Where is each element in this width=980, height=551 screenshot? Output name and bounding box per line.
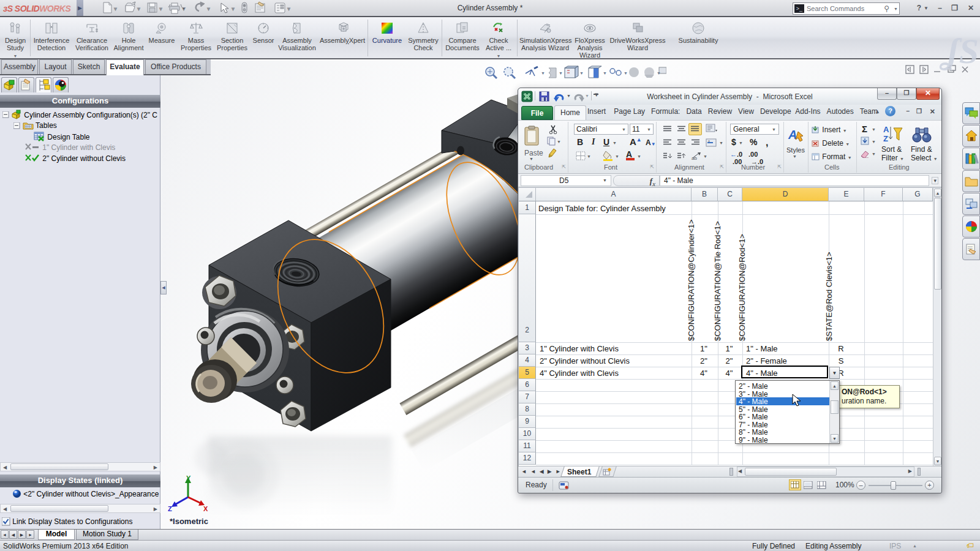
svg-text:A: A <box>883 125 889 134</box>
svg-text:a: a <box>708 139 710 143</box>
svg-text:X: X <box>203 505 208 512</box>
svg-text:▼: ▼ <box>557 140 561 144</box>
svg-text:▼: ▼ <box>579 71 584 75</box>
svg-text:ab: ab <box>692 156 697 160</box>
svg-text:▼: ▼ <box>559 71 563 75</box>
svg-text:Z: Z <box>168 505 172 512</box>
svg-text:▼: ▼ <box>624 71 628 75</box>
svg-text:Z: Z <box>883 134 888 143</box>
svg-text:▼: ▼ <box>541 71 545 75</box>
svg-text:▼: ▼ <box>603 71 607 75</box>
svg-text:▼: ▼ <box>657 71 661 75</box>
svg-text:Y: Y <box>186 474 191 482</box>
